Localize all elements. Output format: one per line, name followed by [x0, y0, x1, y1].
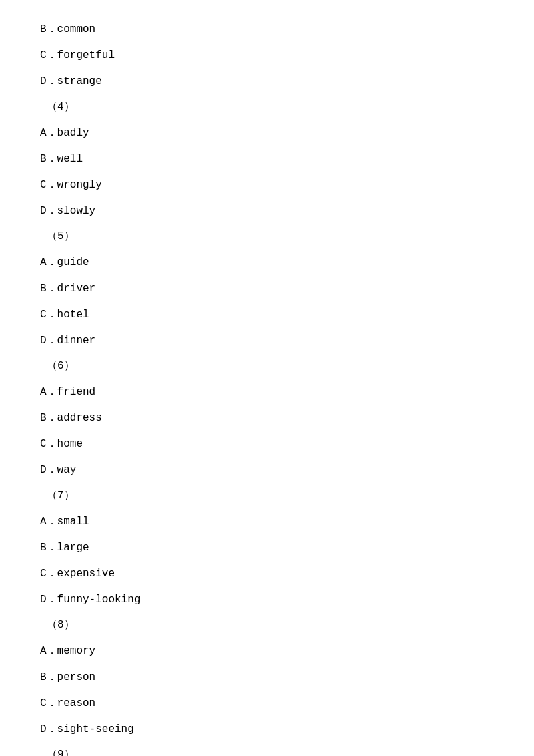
option-item: C．expensive: [40, 564, 494, 584]
option-item: B．person: [40, 668, 494, 687]
option-item: A．friend: [40, 383, 494, 402]
option-item: B．common: [40, 20, 494, 39]
option-item: C．forgetful: [40, 46, 494, 65]
option-item: C．reason: [40, 694, 494, 713]
option-item: B．well: [40, 150, 494, 169]
option-item: B．address: [40, 409, 494, 428]
option-item: B．large: [40, 538, 494, 558]
option-item: C．hotel: [40, 305, 494, 325]
section-number: （7）: [40, 486, 494, 506]
option-item: D．strange: [40, 72, 494, 91]
page-content: B．commonC．forgetfulD．strange（4）A．badlyB．…: [0, 0, 534, 756]
section-number: （4）: [40, 98, 494, 117]
option-item: A．badly: [40, 124, 494, 143]
section-number: （8）: [40, 616, 494, 635]
option-item: D．dinner: [40, 331, 494, 351]
option-item: D．slowly: [40, 202, 494, 221]
option-item: D．way: [40, 461, 494, 480]
option-item: C．wrongly: [40, 176, 494, 195]
section-number: （9）: [40, 745, 494, 756]
section-number: （5）: [40, 227, 494, 246]
option-item: D．sight-seeing: [40, 720, 494, 739]
option-item: A．memory: [40, 642, 494, 661]
option-item: A．guide: [40, 253, 494, 272]
option-item: A．small: [40, 512, 494, 532]
option-item: B．driver: [40, 279, 494, 299]
option-item: D．funny-looking: [40, 590, 494, 610]
section-number: （6）: [40, 357, 494, 376]
option-item: C．home: [40, 435, 494, 454]
